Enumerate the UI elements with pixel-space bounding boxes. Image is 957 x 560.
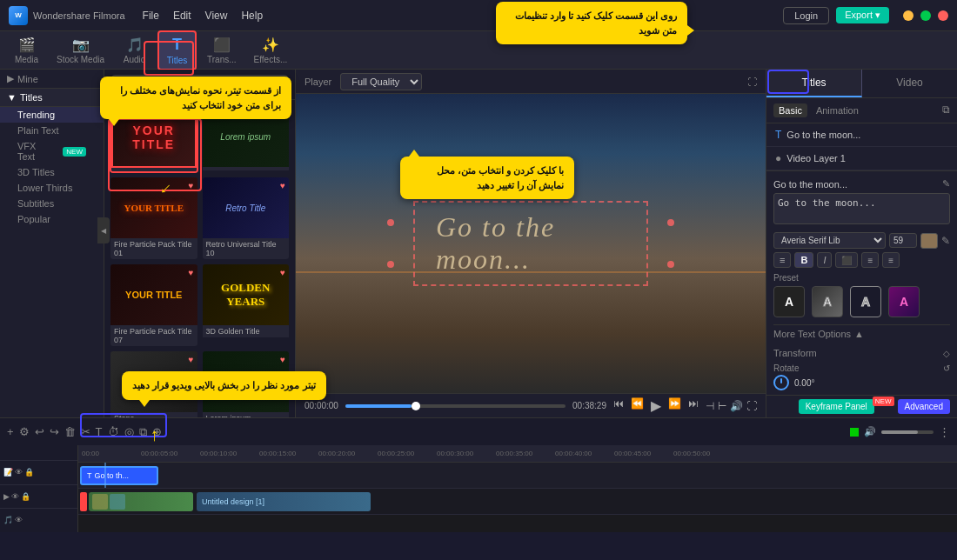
title-overlay-box[interactable]: Go to the moon... <box>413 201 648 286</box>
italic-btn[interactable]: I <box>817 252 832 268</box>
handle-tl[interactable] <box>387 219 394 226</box>
thumb-retro[interactable]: Retro Title ♥ Retro Universal Title 10 <box>202 177 291 260</box>
tool-audio[interactable]: 🎵 Audio <box>115 33 154 68</box>
skip-back-btn[interactable]: ⏮ <box>613 397 624 414</box>
font-size-input[interactable] <box>889 233 917 248</box>
align-left-btn[interactable]: ≡ <box>773 252 791 268</box>
fullscreen-btn[interactable]: ⛶ <box>746 400 757 412</box>
tool-transitions[interactable]: ⬛ Trans... <box>200 33 244 68</box>
tool-effects[interactable]: ✨ Effects... <box>247 33 295 68</box>
preset-4[interactable]: A <box>888 286 920 317</box>
category-vfx[interactable]: VFX Text NEW <box>0 138 104 164</box>
expand-icon[interactable]: ⛶ <box>747 77 757 87</box>
menu-edit[interactable]: Edit <box>173 10 191 22</box>
preset-1[interactable]: A <box>773 286 805 317</box>
step-fwd-btn[interactable]: ⏩ <box>668 397 681 414</box>
font-select[interactable]: Averia Serif Lib <box>773 232 886 249</box>
tl-vol-slider[interactable] <box>881 430 934 434</box>
transform-header[interactable]: Transform ◇ <box>773 346 950 360</box>
tool-stock[interactable]: 📷 Stock Media <box>50 33 111 68</box>
category-popular[interactable]: Popular <box>0 211 104 227</box>
copy-icon[interactable]: ⧉ <box>942 103 950 117</box>
rotate-reset-icon[interactable]: ↺ <box>943 363 950 373</box>
heart-icon-5[interactable]: ♥ <box>189 268 194 277</box>
progress-bar[interactable] <box>345 404 566 408</box>
align-left2-btn[interactable]: ⬛ <box>835 252 858 268</box>
play-btn[interactable]: ▶ <box>651 397 661 414</box>
thumb-fire7[interactable]: YOUR TITLE ♥ Fire Particle Pack Title 07 <box>110 263 198 347</box>
category-plain[interactable]: Plain Text <box>0 123 104 138</box>
tl-delete-btn[interactable]: 🗑 <box>64 425 76 438</box>
tl-redo-btn[interactable]: ↪ <box>50 425 59 438</box>
progress-handle[interactable] <box>412 402 420 410</box>
step-back-btn[interactable]: ⏪ <box>631 397 644 414</box>
tl-vol-btn[interactable]: 🔊 <box>864 426 876 437</box>
tl-timer-btn[interactable]: ⏱ <box>108 425 119 438</box>
close-button[interactable] <box>938 10 948 21</box>
heart-icon-6[interactable]: ♥ <box>280 268 285 277</box>
heart-icon-7[interactable]: ♥ <box>189 355 194 364</box>
menu-help[interactable]: Help <box>241 10 263 22</box>
audio-track-eye[interactable]: 👁 <box>15 516 23 524</box>
color-picker-icon[interactable]: ✎ <box>941 235 950 247</box>
category-lower-thirds[interactable]: Lower Thirds <box>0 180 104 196</box>
preset-2[interactable]: A <box>812 286 843 317</box>
tool-titles[interactable]: T Titles <box>157 30 197 70</box>
tl-text-btn[interactable]: T <box>96 425 103 438</box>
menu-file[interactable]: File <box>143 10 159 22</box>
tl-add-track-btn[interactable]: + <box>7 425 14 438</box>
video-clip1[interactable] <box>89 492 193 511</box>
edit-icon[interactable]: ✎ <box>942 178 950 190</box>
color-swatch[interactable] <box>920 233 938 249</box>
preset-3[interactable]: A <box>850 286 881 317</box>
tl-undo-btn[interactable]: ↩ <box>35 425 44 438</box>
align-center-btn[interactable]: ≡ <box>861 252 879 268</box>
skip-fwd-btn[interactable]: ⏭ <box>688 397 699 414</box>
collapse-sidebar-btn[interactable]: ◀ <box>97 217 110 243</box>
align-right-btn[interactable]: ≡ <box>882 252 900 268</box>
text-input[interactable]: Go to the moon... <box>773 193 950 224</box>
layer-video[interactable]: ● Video Layer 1 <box>766 147 957 170</box>
track1-eye[interactable]: 👁 <box>15 468 23 477</box>
tl-settings2-btn[interactable]: ⋮ <box>939 425 950 438</box>
heart-icon-4[interactable]: ♥ <box>280 181 285 190</box>
category-3d[interactable]: 3D Titles <box>0 164 104 180</box>
handle-br[interactable] <box>667 261 674 268</box>
video-clip2[interactable]: Untitled design [1] <box>197 492 371 511</box>
mark-out-btn[interactable]: ⊢ <box>718 400 726 412</box>
minimize-button[interactable] <box>903 10 914 21</box>
tool-media[interactable]: 🎬 Media <box>7 33 46 68</box>
quality-select[interactable]: Full Quality <box>340 73 422 90</box>
tl-settings-btn[interactable]: ⚙ <box>19 425 30 438</box>
tl-more1-btn[interactable]: ◎ <box>124 425 134 438</box>
handle-bl[interactable] <box>387 261 394 268</box>
title-clip[interactable]: T Go to th... <box>80 466 158 485</box>
category-subtitles[interactable]: Subtitles <box>0 196 104 211</box>
track1-lock[interactable]: 🔒 <box>24 468 34 477</box>
export-button[interactable]: Export ▾ <box>836 7 889 23</box>
subtab-basic[interactable]: Basic <box>773 103 807 117</box>
track2-lock[interactable]: 🔒 <box>21 492 30 501</box>
rotate-dial[interactable] <box>773 375 789 390</box>
vol-btn[interactable]: 🔊 <box>730 400 743 412</box>
maximize-button[interactable] <box>920 10 931 21</box>
more-text-options[interactable]: More Text Options ▲ <box>773 324 950 343</box>
mark-in-btn[interactable]: ⊣ <box>706 400 714 412</box>
category-trending[interactable]: Trending <box>0 107 104 123</box>
login-button[interactable]: Login <box>783 7 829 24</box>
titles-section-header[interactable]: ▼ Titles <box>0 89 104 107</box>
heart-icon-3[interactable]: ♥ <box>189 181 194 190</box>
tab-titles[interactable]: Titles <box>766 70 862 97</box>
tab-video[interactable]: Video <box>862 70 957 97</box>
layer-title[interactable]: T Go to the moon... <box>766 123 957 147</box>
subtab-animation[interactable]: Animation <box>811 103 864 117</box>
tl-cut-btn[interactable]: ✂ <box>81 425 90 438</box>
track2-eye[interactable]: 👁 <box>11 492 19 501</box>
advanced-btn[interactable]: Advanced <box>898 399 950 414</box>
thumb-golden[interactable]: GOLDEN YEARS ♥ 3D Golden Title <box>202 263 291 347</box>
handle-tr[interactable] <box>667 219 674 226</box>
bold-btn[interactable]: B <box>794 252 813 268</box>
heart-icon-8[interactable]: ♥ <box>280 355 285 364</box>
mine-section[interactable]: ▶ Mine <box>0 70 104 89</box>
keyframe-panel-btn[interactable]: Keyframe Panel <box>799 399 874 414</box>
